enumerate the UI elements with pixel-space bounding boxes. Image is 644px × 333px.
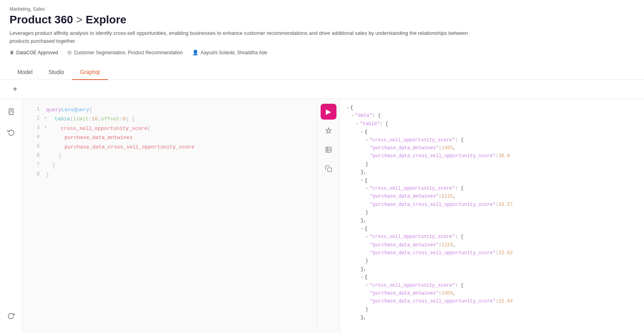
- editor-section: 1 query LensQuery { 2 ▾ table(limit: 10,…: [22, 99, 340, 333]
- tab-graphql[interactable]: Graphql: [72, 65, 108, 80]
- person-icon: 👤: [192, 49, 199, 55]
- svg-rect-8: [328, 168, 332, 172]
- magic-button[interactable]: [321, 123, 336, 139]
- document-icon[interactable]: [5, 105, 17, 118]
- svg-rect-4: [326, 147, 331, 152]
- refresh-icon[interactable]: [5, 309, 17, 322]
- code-line-6: 6 }: [30, 152, 309, 161]
- page-description: Leverages product affinity analysis to i…: [10, 29, 485, 45]
- crown-icon: ♛: [10, 49, 14, 55]
- toolbar: +: [0, 80, 644, 99]
- command-icon[interactable]: [5, 330, 17, 333]
- json-score-key-4: ▾ "cross_sell_opportunity_score": {: [346, 282, 638, 289]
- code-line-8: 8 }: [30, 170, 309, 179]
- history-icon[interactable]: [5, 126, 17, 139]
- page-title: Product 360 > Explore: [10, 13, 634, 26]
- code-editor[interactable]: 1 query LensQuery { 2 ▾ table(limit: 10,…: [22, 99, 317, 333]
- json-record-1-open: ▾ {: [346, 128, 638, 136]
- code-line-3: 3 ▾ cross_sell_opportunity_score {: [30, 124, 309, 133]
- meta-row: ♛ DataCOE Approved ⊙ Customer Segmentati…: [10, 49, 634, 60]
- tab-bar: Model Studio Graphql: [10, 65, 634, 80]
- table-button[interactable]: [321, 142, 336, 158]
- add-button[interactable]: +: [10, 83, 21, 95]
- code-line-7: 7 }: [30, 161, 309, 170]
- json-score-key-3: ▾ "cross_sell_opportunity_score": {: [346, 233, 638, 241]
- authors-label: Aayushi Solanki, Shraddha Ade: [201, 50, 267, 55]
- title-separator: >: [73, 13, 86, 26]
- json-mntwines-1: "purchase_data_mntwines": 1493,: [346, 144, 638, 152]
- json-record-4-open: ▾ {: [346, 273, 638, 281]
- json-record-3-open: ▾ {: [346, 225, 638, 233]
- json-mntwines-4: "purchase_data_mntwines": 1459,: [346, 289, 638, 297]
- json-mntwines-3: "purchase_data_mntwines": 1224,: [346, 241, 638, 249]
- breadcrumb: Marketing, Sales: [10, 6, 634, 12]
- code-line-5: 5 purchase_data_cross_sell_opportunity_s…: [30, 143, 309, 152]
- page-section: Explore: [86, 13, 126, 26]
- code-line-1: 1 query LensQuery {: [30, 105, 309, 114]
- json-score-key-2: ▾ "cross_sell_opportunity_score": {: [346, 185, 638, 192]
- json-score-val-3: "purchase_data_cross_sell_opportunity_sc…: [346, 249, 638, 257]
- main-content: 1 query LensQuery { 2 ▾ table(limit: 10,…: [0, 99, 644, 333]
- run-button[interactable]: ▶: [321, 104, 336, 120]
- json-record-2-open: ▾ {: [346, 177, 638, 185]
- tab-studio[interactable]: Studio: [40, 65, 72, 80]
- json-data-key: ▾ "data": {: [346, 112, 638, 120]
- json-table-key: ▾ "table": [: [346, 120, 638, 128]
- result-panel: ▾ { ▾ "data": { ▾ "table": [ ▾ { ▾ "cros…: [340, 99, 644, 333]
- code-line-4: 4 purchase_data_mntwines: [30, 133, 309, 142]
- product-name: Product 360: [10, 13, 73, 26]
- tags-item: ⊙ Customer Segmentation, Product Recomme…: [67, 49, 183, 55]
- json-mntwines-2: "purchase_data_mntwines": 1115,: [346, 192, 638, 200]
- copy-button[interactable]: [321, 161, 336, 177]
- left-sidebar: [0, 99, 22, 333]
- json-score-key-1: ▾ "cross_sell_opportunity_score": {: [346, 136, 638, 144]
- code-line-2: 2 ▾ table(limit: 10, offset: 0) {: [30, 114, 309, 124]
- header: Marketing, Sales Product 360 > Explore L…: [0, 0, 644, 80]
- json-score-val-2: "purchase_data_cross_sell_opportunity_sc…: [346, 201, 638, 209]
- json-root-open: ▾ {: [346, 104, 638, 112]
- tab-model[interactable]: Model: [10, 65, 40, 80]
- tag-icon: ⊙: [67, 49, 72, 55]
- json-score-val-4: "purchase_data_cross_sell_opportunity_sc…: [346, 297, 638, 305]
- datacoe-badge: ♛ DataCOE Approved: [10, 49, 58, 55]
- action-buttons-panel: ▶: [317, 99, 340, 333]
- authors-item: 👤 Aayushi Solanki, Shraddha Ade: [192, 49, 267, 55]
- tags-label: Customer Segmentation, Product Recommend…: [74, 50, 183, 55]
- badge-label: DataCOE Approved: [16, 50, 58, 55]
- json-score-val-1: "purchase_data_cross_sell_opportunity_sc…: [346, 152, 638, 160]
